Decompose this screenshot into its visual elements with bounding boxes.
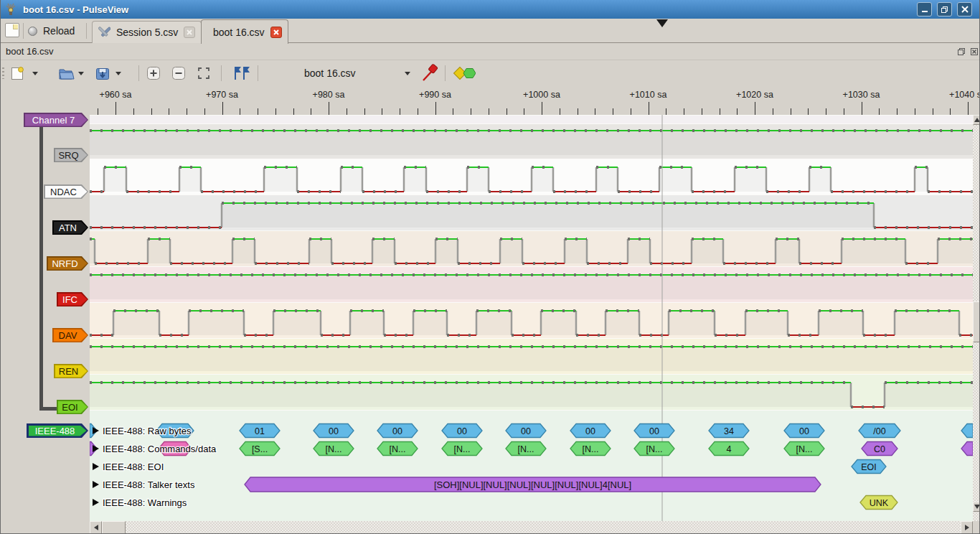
arrow-up-icon [974,118,980,122]
ruler-minor-tick [507,108,507,115]
trace-group-bracket[interactable] [39,113,43,411]
channel-tag-atn[interactable]: ATN [52,220,88,235]
zoom-fit-icon [196,65,212,81]
horizontal-scroll-thumb[interactable] [102,521,126,534]
annotation-text: [SOH][NUL][NUL][NUL][NUL][NUL][NUL]4[NUL… [434,479,631,490]
signal-high-fill [500,239,522,263]
signal-high-fill [938,239,973,263]
channel-tag-nrfd[interactable]: NRFD [47,256,88,271]
waveform-canvas[interactable]: 010000000000003400/00IEEE-488: Raw bytes… [90,115,973,521]
scroll-down-button[interactable] [973,502,980,512]
tab-close-button[interactable] [270,27,282,38]
scroll-left-button[interactable] [90,521,102,534]
ruler-minor-tick [897,108,897,115]
separator [23,23,24,39]
ruler-minor-tick [933,108,933,115]
decoder-row-label: IEEE-488: Raw bytes [103,426,192,436]
separator [86,23,87,39]
new-view-button[interactable] [9,64,25,83]
ruler-minor-tick [773,108,773,115]
scroll-right-button[interactable] [961,521,973,534]
ruler-minor-tick [133,108,134,115]
channel-tag-ren[interactable]: REN [54,364,88,378]
zoom-in-button[interactable] [146,64,161,83]
tab-boot-16[interactable]: boot 16.csv [201,19,288,44]
restore-button[interactable] [937,2,952,17]
chevron-down-icon [116,72,121,75]
decoder-tag-ieee-488[interactable]: IEEE-488 [27,423,88,438]
signal-high-fill [372,239,395,263]
channel-tag-srq[interactable]: SRQ [54,148,88,162]
ruler-minor-tick [240,108,240,115]
separator [221,65,222,81]
channel-tag-ndac[interactable]: NDAC [44,184,88,199]
restore-icon [941,6,948,14]
annotation-text: [N... [454,444,471,454]
scroll-up-button[interactable] [973,115,980,125]
save-dropdown[interactable] [116,64,121,83]
signal-high-fill [189,311,244,335]
add-decoder-button[interactable] [453,64,476,83]
dock-float-button[interactable] [956,46,967,57]
signal-high-fill [435,239,458,263]
ruler-minor-tick [595,108,595,115]
open-button[interactable] [58,64,75,83]
signal-high-fill [232,239,255,263]
ruler-minor-tick [489,108,489,115]
ruler-minor-tick [791,108,791,115]
channel-tag-ifc[interactable]: IFC [57,292,88,306]
new-session-button[interactable] [5,23,19,37]
ruler-minor-tick [631,108,631,115]
trace-view: 010000000000003400/00IEEE-488: Raw bytes… [1,115,980,521]
channel-tag-channel-7[interactable]: Channel 7 [24,113,88,127]
zoom-fit-button[interactable] [196,64,212,83]
ruler-minor-tick [275,108,276,115]
cursor-marker-handle[interactable] [656,19,668,27]
arrow-right-icon [965,525,969,530]
close-button[interactable] [957,2,972,17]
annotation-text: 4 [727,444,732,454]
separator [445,65,446,81]
signal-high-fill [148,239,170,263]
configure-channels-button[interactable] [420,64,439,83]
annotation-text: C0 [874,444,885,454]
horizontal-scrollbar[interactable] [90,521,973,534]
open-dropdown[interactable] [78,64,84,83]
session-file-selector[interactable]: boot 16.csv [259,65,417,82]
session-file-label: boot 16.csv [304,67,356,79]
show-cursors-button[interactable] [230,64,250,83]
channel-tag-dav[interactable]: DAV [52,328,88,342]
annotation-text: 00 [329,426,339,436]
ruler[interactable]: +960 sa+970 sa+980 sa+990 sa+1000 sa+101… [1,86,980,115]
ruler-major-tick [116,102,116,115]
close-icon [273,29,279,35]
signal-high-fill [565,239,587,263]
channel-tag-eoi[interactable]: EOI [57,400,88,414]
annotation-text: EOI [861,462,877,472]
dock-close-button[interactable] [969,46,980,57]
annotation-text: [N... [390,444,406,454]
ruler-minor-tick [311,108,311,115]
reload-button[interactable]: Reload [28,22,75,40]
titlebar: boot 16.csv - PulseView [1,0,979,19]
zoom-out-button[interactable] [171,64,187,83]
vertical-scroll-thumb[interactable] [973,301,980,342]
tab-close-button[interactable] [184,27,195,38]
tag-label: DAV [52,328,88,342]
toolbar-handle[interactable] [2,67,4,79]
ruler-tick-label: +960 sa [100,90,132,100]
signal-high-fill [309,239,331,263]
signal-high-fill [745,311,788,335]
save-button[interactable] [94,64,111,83]
tab-session-5[interactable]: Session 5.csv [92,21,202,43]
signal-high-fill [885,383,973,407]
row-background [90,115,973,123]
ruler-major-tick [862,102,862,115]
new-view-dropdown[interactable] [32,64,38,83]
minimize-button[interactable] [917,2,932,17]
signal-high-fill [476,311,512,335]
annotation-text: UNK [870,498,889,508]
arrow-left-icon [94,525,98,530]
signal-high-fill [264,167,297,192]
chevron-down-icon [405,72,410,75]
